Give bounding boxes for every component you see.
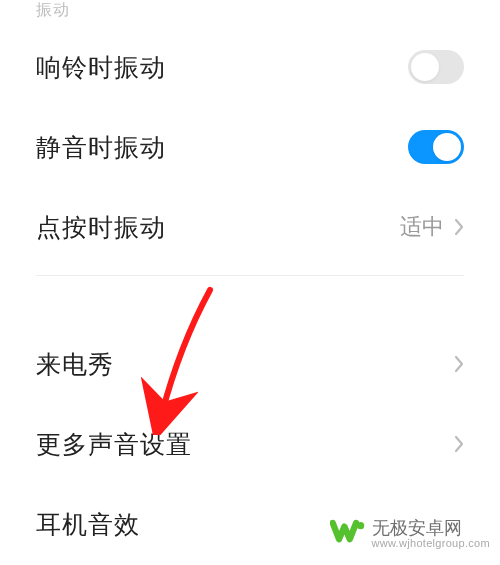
toggle-knob (433, 133, 461, 161)
toggle-knob (411, 53, 439, 81)
section-header-vibration: 振动 (0, 0, 500, 27)
chevron-right-icon (454, 218, 464, 236)
toggle-vibrate-on-ring[interactable] (408, 50, 464, 84)
logo-icon (330, 515, 366, 553)
value-text: 适中 (400, 212, 444, 242)
row-vibrate-on-silent[interactable]: 静音时振动 (0, 107, 500, 187)
divider (36, 275, 464, 276)
row-more-sound-settings[interactable]: 更多声音设置 (0, 404, 500, 484)
chevron-right-icon (454, 435, 464, 453)
row-vibrate-on-tap[interactable]: 点按时振动 适中 (0, 187, 500, 267)
row-label: 更多声音设置 (36, 428, 192, 461)
watermark-title: 无极安卓网 (372, 519, 491, 538)
watermark: 无极安卓网 www.wjhotelgroup.com (330, 515, 491, 553)
svg-point-0 (357, 522, 364, 529)
row-label: 耳机音效 (36, 508, 140, 541)
row-label: 响铃时振动 (36, 51, 166, 84)
row-label: 来电秀 (36, 348, 114, 381)
row-vibrate-on-ring[interactable]: 响铃时振动 (0, 27, 500, 107)
row-label: 点按时振动 (36, 211, 166, 244)
row-right: 适中 (400, 212, 464, 242)
section-gap (0, 284, 500, 324)
chevron-right-icon (454, 355, 464, 373)
section-title: 振动 (36, 1, 70, 18)
toggle-vibrate-on-silent[interactable] (408, 130, 464, 164)
row-label: 静音时振动 (36, 131, 166, 164)
watermark-text: 无极安卓网 www.wjhotelgroup.com (372, 519, 491, 549)
watermark-url: www.wjhotelgroup.com (372, 538, 491, 550)
row-caller-show[interactable]: 来电秀 (0, 324, 500, 404)
